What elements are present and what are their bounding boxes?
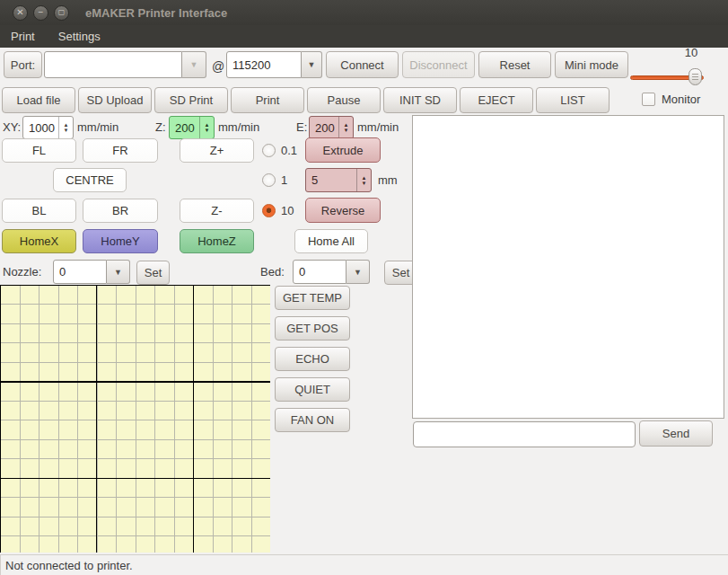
xy-feed-unit: mm/min [77, 120, 118, 134]
bed-label: Bed: [260, 265, 285, 279]
nozzle-set-button[interactable]: Set [136, 261, 170, 285]
xy-feed-spinner[interactable]: 1000 ▲▼ [22, 116, 74, 139]
app-window: ✕ − ▢ eMAKER Printer Interface Print Set… [0, 0, 728, 575]
reverse-button[interactable]: Reverse [305, 198, 381, 223]
menu-settings[interactable]: Settings [57, 27, 102, 46]
dropdown-glyph: ▼ [114, 268, 122, 277]
monitor-checkbox[interactable] [642, 93, 655, 106]
jog-br-button[interactable]: BR [83, 199, 158, 223]
e-feed-value: 200 [310, 117, 338, 138]
print-button[interactable]: Print [231, 87, 304, 113]
list-button[interactable]: LIST [536, 87, 610, 113]
extrude-amount-value: 5 [306, 169, 356, 191]
home-x-button[interactable]: HomeX [2, 229, 76, 253]
disconnect-button: Disconnect [402, 51, 475, 78]
bed-dropdown-icon[interactable]: ▼ [346, 260, 370, 284]
spinner-arrows-icon[interactable]: ▲▼ [338, 117, 353, 138]
spinner-arrows-icon[interactable]: ▲▼ [58, 117, 73, 138]
step-10-label: 10 [281, 204, 294, 217]
home-y-button[interactable]: HomeY [83, 229, 158, 253]
e-feed-spinner[interactable]: 200 ▲▼ [309, 116, 354, 139]
connect-button[interactable]: Connect [326, 51, 399, 78]
build-plate-grid[interactable] [0, 285, 270, 553]
centre-button[interactable]: CENTRE [53, 168, 127, 192]
load-file-button[interactable]: Load file [2, 87, 75, 113]
sd-upload-button[interactable]: SD Upload [78, 87, 152, 113]
z-feed-label: Z: [155, 120, 166, 134]
maximize-glyph: ▢ [58, 8, 66, 17]
get-temp-button[interactable]: GET TEMP [275, 286, 350, 310]
z-feed-spinner[interactable]: 200 ▲▼ [169, 116, 215, 139]
spinner-arrows-icon[interactable]: ▲▼ [199, 117, 214, 138]
step-10-radio[interactable] [262, 204, 276, 217]
slider-value-label: 10 [675, 46, 707, 59]
xy-feed-label: XY: [3, 120, 21, 134]
close-glyph: ✕ [16, 8, 23, 17]
extrude-amount-unit: mm [378, 173, 398, 187]
baud-value: 115200 [232, 58, 270, 72]
jog-z-minus-button[interactable]: Z- [180, 199, 254, 223]
dropdown-glyph: ▼ [354, 268, 362, 277]
echo-button[interactable]: ECHO [275, 347, 350, 371]
get-pos-button[interactable]: GET POS [275, 316, 350, 341]
port-label: Port: [4, 51, 42, 78]
z-feed-unit: mm/min [218, 120, 259, 134]
mini-mode-button[interactable]: Mini mode [555, 51, 628, 78]
sd-print-button[interactable]: SD Print [154, 87, 228, 113]
e-feed-unit: mm/min [357, 120, 399, 134]
jog-fl-button[interactable]: FL [2, 138, 76, 163]
status-text: Not connected to printer. [5, 559, 133, 572]
xy-feed-value: 1000 [23, 117, 58, 138]
port-dropdown-icon[interactable]: ▼ [182, 51, 206, 78]
extrude-button[interactable]: Extrude [305, 137, 381, 163]
baud-input[interactable]: 115200 [226, 51, 302, 78]
step-1-label: 1 [281, 173, 287, 187]
nozzle-temp-input[interactable]: 0 [53, 260, 107, 284]
step-1-radio[interactable] [262, 173, 276, 187]
titlebar: ✕ − ▢ eMAKER Printer Interface [0, 0, 728, 25]
minimize-glyph: − [39, 8, 44, 17]
spinner-arrows-icon[interactable]: ▲▼ [356, 169, 371, 191]
jog-bl-button[interactable]: BL [2, 199, 76, 223]
init-sd-button[interactable]: INIT SD [383, 87, 457, 113]
command-input[interactable] [413, 421, 636, 447]
fan-on-button[interactable]: FAN ON [275, 408, 350, 432]
nozzle-dropdown-icon[interactable]: ▼ [107, 260, 130, 284]
window-title: eMAKER Printer Interface [85, 6, 227, 20]
step-0_1-radio[interactable] [262, 144, 276, 157]
step-0_1-label: 0.1 [281, 144, 297, 157]
maximize-icon[interactable]: ▢ [54, 5, 69, 21]
dropdown-glyph: ▼ [308, 60, 316, 69]
reset-button[interactable]: Reset [478, 51, 551, 78]
home-all-button[interactable]: Home All [294, 229, 368, 253]
e-feed-label: E: [296, 120, 307, 134]
monitor-label: Monitor [662, 93, 700, 106]
nozzle-temp-value: 0 [59, 265, 66, 279]
bed-temp-value: 0 [299, 265, 305, 279]
speed-slider-handle[interactable] [689, 68, 702, 85]
z-feed-value: 200 [170, 117, 199, 138]
eject-button[interactable]: EJECT [460, 87, 533, 113]
log-output[interactable] [412, 115, 724, 419]
extrude-amount-spinner[interactable]: 5 ▲▼ [305, 168, 372, 192]
quiet-button[interactable]: QUIET [275, 377, 350, 402]
minimize-icon[interactable]: − [33, 5, 48, 21]
bed-temp-input[interactable]: 0 [293, 260, 346, 284]
home-z-button[interactable]: HomeZ [180, 229, 254, 253]
jog-fr-button[interactable]: FR [83, 138, 158, 163]
close-icon[interactable]: ✕ [13, 5, 28, 21]
nozzle-label: Nozzle: [3, 265, 41, 279]
menubar: Print Settings [0, 25, 728, 48]
statusbar: Not connected to printer. [0, 554, 728, 575]
baud-dropdown-icon[interactable]: ▼ [302, 51, 322, 78]
pause-button[interactable]: Pause [307, 87, 381, 113]
dropdown-glyph: ▼ [190, 60, 198, 69]
at-label: @ [212, 59, 224, 74]
jog-z-plus-button[interactable]: Z+ [180, 138, 254, 163]
port-input[interactable] [44, 51, 182, 78]
send-button[interactable]: Send [639, 420, 713, 447]
menu-print[interactable]: Print [9, 27, 37, 46]
